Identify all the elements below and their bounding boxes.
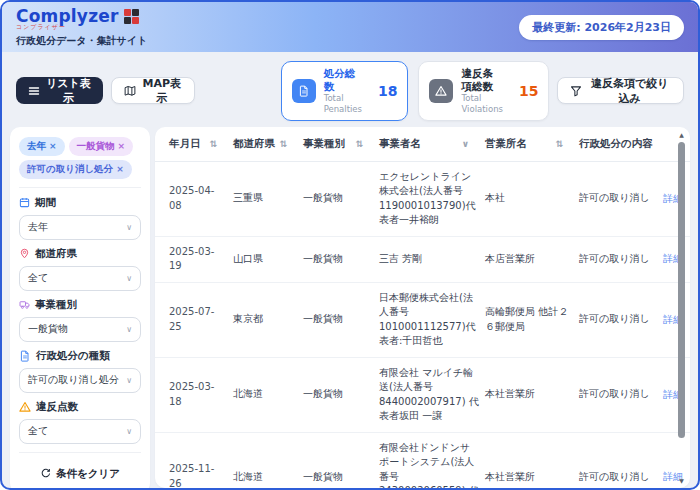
column-header[interactable]: 年月日⇅ <box>169 137 227 151</box>
table-row: 2025-03-18北海道一般貨物有限会社 マルイチ輸送(法人番号 844000… <box>155 358 690 433</box>
filter-label-text: 都道府県 <box>35 247 77 261</box>
violation-filter-label: 違反条項で絞り込み <box>588 76 671 106</box>
app-header: Complyzer コンプライザー 行政処分データ・集計サイト 最終更新: 20… <box>2 2 698 52</box>
filter-chip[interactable]: 一般貨物× <box>69 137 134 156</box>
column-header-label: 都道府県 <box>233 137 275 151</box>
filter-label-text: 事業種別 <box>35 298 77 312</box>
filter-label: 都道府県 <box>19 247 141 261</box>
funnel-icon <box>570 85 582 97</box>
cell-business-type: 一般貨物 <box>303 191 373 206</box>
selected-value: 全て <box>28 271 48 285</box>
filter-label-text: 違反点数 <box>36 400 78 414</box>
scroll-down-arrow[interactable]: ▼ <box>676 477 687 484</box>
column-header[interactable]: 行政処分の内容 <box>579 137 657 151</box>
truck-icon <box>19 299 30 310</box>
clear-filters-label: 条件をクリア <box>56 467 120 481</box>
calendar-icon <box>19 197 30 208</box>
sort-icon[interactable]: ⇅ <box>209 139 217 149</box>
chip-label: 去年 <box>27 140 46 153</box>
close-icon[interactable]: × <box>49 141 57 151</box>
column-header[interactable]: 都道府県⇅ <box>233 137 297 151</box>
cell-prefecture: 北海道 <box>233 470 297 485</box>
stat-card: 処分総数Total Penalties18 <box>281 61 409 121</box>
stat-cards: 処分総数Total Penalties18違反条項総数Total Violati… <box>281 61 550 121</box>
stat-text: 違反条項総数Total Violations <box>461 67 502 115</box>
violation-points-select[interactable]: 全て∨ <box>19 419 141 444</box>
column-header[interactable]: 事業者名∨ <box>379 137 479 151</box>
selected-value: 去年 <box>28 220 48 234</box>
logo-grid-icon <box>124 9 139 24</box>
cell-date: 2025-03-18 <box>169 380 227 409</box>
filter-label: 期間 <box>19 196 141 210</box>
stat-label: 処分総数 <box>324 67 362 93</box>
refresh-icon <box>40 468 51 479</box>
last-updated-badge: 最終更新: 2026年2月23日 <box>519 15 684 40</box>
column-header-label: 行政処分の内容 <box>579 137 653 151</box>
filter-group-penalty-type: 行政処分の種類許可の取り消し処分∨ <box>19 349 141 393</box>
selected-value: 全て <box>28 424 48 438</box>
document-icon <box>19 350 31 362</box>
penalty-type-select[interactable]: 許可の取り消し処分∨ <box>19 368 141 393</box>
logo: Complyzer コンプライザー 行政処分データ・集計サイト <box>16 6 147 48</box>
cell-action: 許可の取り消し <box>579 252 657 267</box>
chevron-down-icon: ∨ <box>126 223 132 232</box>
sort-icon[interactable]: ⇅ <box>279 139 287 149</box>
cell-business-type: 一般貨物 <box>303 387 373 402</box>
filter-label: 違反点数 <box>19 400 141 414</box>
table-header-row: 年月日⇅都道府県⇅事業種別⇅事業者名∨営業所名⇅行政処分の内容 <box>155 127 690 162</box>
list-view-button[interactable]: リスト表示 <box>16 77 103 104</box>
active-filter-chips: 去年×一般貨物×許可の取り消し処分× <box>19 137 141 179</box>
cell-operator-name: 三吉 芳剛 <box>379 252 479 267</box>
violation-filter-button[interactable]: 違反条項で絞り込み <box>557 77 684 104</box>
filter-group-prefecture: 都道府県全て∨ <box>19 247 141 291</box>
table-body: 2025-04-08三重県一般貨物エクセレントライン株式会社(法人番号 1190… <box>155 162 690 489</box>
clear-filters-button[interactable]: 条件をクリア <box>19 461 141 483</box>
stat-text: 処分総数Total Penalties <box>324 67 362 115</box>
list-icon <box>28 85 40 97</box>
chevron-down-icon: ∨ <box>126 427 132 436</box>
stat-value: 15 <box>519 83 538 99</box>
table-row: 2025-03-19山口県一般貨物三吉 芳剛本店営業所許可の取り消し詳細 <box>155 237 690 283</box>
chip-label: 許可の取り消し処分 <box>27 163 113 176</box>
map-view-label: MAP表示 <box>142 76 182 106</box>
column-header[interactable]: 営業所名⇅ <box>485 137 573 151</box>
table-row: 2025-11-26北海道一般貨物有限会社ドンドンサポートシステム(法人番号24… <box>155 433 690 489</box>
cell-action: 許可の取り消し <box>579 387 657 402</box>
app-window: Complyzer コンプライザー 行政処分データ・集計サイト 最終更新: 20… <box>0 0 700 490</box>
filter-label: 事業種別 <box>19 298 141 312</box>
sort-icon[interactable]: ⇅ <box>355 139 363 149</box>
chevron-down-icon: ∨ <box>126 325 132 334</box>
filter-chip[interactable]: 去年× <box>19 137 65 156</box>
period-select[interactable]: 去年∨ <box>19 215 141 240</box>
stat-sublabel: Total Penalties <box>324 93 362 114</box>
prefecture-select[interactable]: 全て∨ <box>19 266 141 291</box>
document-icon <box>292 79 316 103</box>
stat-card: 違反条項総数Total Violations15 <box>418 61 549 121</box>
cell-operator-name: 有限会社ドンドンサポートシステム(法人番号2430002060559) 代表者野… <box>379 441 479 489</box>
selected-value: 許可の取り消し処分 <box>28 373 119 387</box>
filter-chip[interactable]: 許可の取り消し処分× <box>19 160 132 179</box>
map-view-button[interactable]: MAP表示 <box>111 77 195 104</box>
table-scrollbar[interactable]: ▲ ▼ <box>676 131 687 485</box>
close-icon[interactable]: × <box>118 141 126 151</box>
column-header-label: 年月日 <box>169 137 201 151</box>
chevron-down-icon: ∨ <box>126 274 132 283</box>
cell-office-name: 本社営業所 <box>485 470 573 485</box>
business-type-select[interactable]: 一般貨物∨ <box>19 317 141 342</box>
filter-groups: 期間去年∨都道府県全て∨事業種別一般貨物∨行政処分の種類許可の取り消し処分∨違反… <box>19 196 141 444</box>
selected-value: 一般貨物 <box>28 322 68 336</box>
cell-date: 2025-07-25 <box>169 305 227 334</box>
column-header[interactable]: 事業種別⇅ <box>303 137 373 151</box>
stat-label: 違反条項総数 <box>461 67 502 93</box>
sort-icon[interactable]: ⇅ <box>555 139 563 149</box>
column-header-label: 事業種別 <box>303 137 345 151</box>
filter-label: 行政処分の種類 <box>19 349 141 363</box>
sort-down-icon[interactable]: ∨ <box>462 139 469 149</box>
table-row: 2025-04-08三重県一般貨物エクセレントライン株式会社(法人番号 1190… <box>155 162 690 237</box>
divider <box>19 452 141 453</box>
cell-office-name: 本社 <box>485 191 573 206</box>
warning-icon <box>429 79 453 103</box>
scroll-up-arrow[interactable]: ▲ <box>676 131 687 138</box>
close-icon[interactable]: × <box>116 164 124 174</box>
scrollbar-thumb[interactable] <box>678 142 685 439</box>
